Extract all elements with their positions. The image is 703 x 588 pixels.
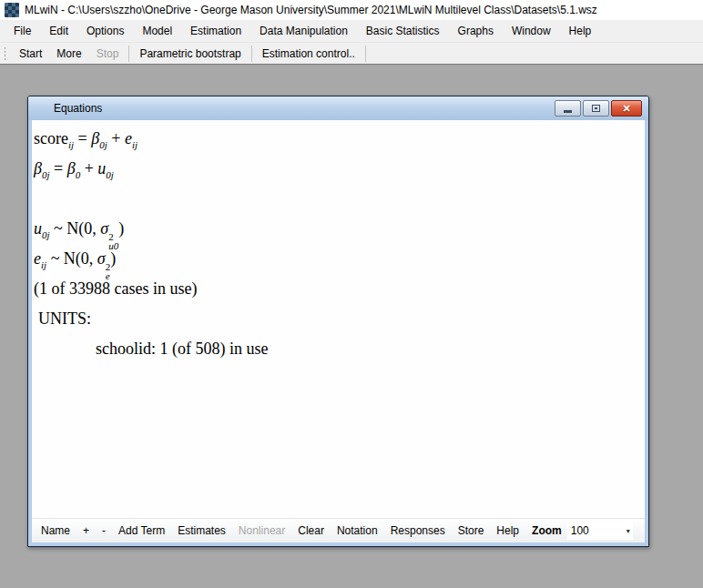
zoom-label: Zoom — [525, 524, 567, 537]
eq-toolbar-name[interactable]: Name — [35, 519, 76, 542]
eq-toolbar-nonlinear: Nonlinear — [232, 519, 291, 542]
equations-window-controls: ✕ — [555, 100, 642, 117]
equation-token: u — [97, 159, 106, 177]
menu-graphs[interactable]: Graphs — [449, 20, 503, 42]
eq-toolbar-help[interactable]: Help — [490, 519, 525, 542]
minimize-icon — [564, 110, 572, 113]
equations-content-area: scoreij = β0j + eijβ0j = β0 + u0ju0j ~ N… — [32, 120, 645, 518]
toolbar-stop: Stop — [89, 44, 127, 64]
equation-token: ) — [110, 249, 116, 268]
toolbar-estimation-control[interactable]: Estimation control.. — [255, 44, 362, 64]
equation-token: β — [67, 159, 76, 177]
equation-token: UNITS: — [38, 309, 91, 328]
menu-estimation[interactable]: Estimation — [181, 20, 250, 42]
eq-toolbar-plus[interactable]: + — [76, 519, 96, 542]
toolbar-parametric-bootstrap[interactable]: Parametric bootstrap — [132, 44, 248, 64]
menu-basic-statistics[interactable]: Basic Statistics — [357, 20, 449, 42]
equations-bottom-toolbar: Name+-Add TermEstimatesNonlinearClearNot… — [32, 518, 645, 542]
equation-token: + — [107, 129, 125, 147]
equation-token: schoolid: 1 (of 508) in use — [96, 340, 268, 358]
zoom-value: 100 — [571, 524, 589, 537]
eq-toolbar-estimates[interactable]: Estimates — [171, 519, 232, 542]
equation-token: ~ N(0, — [46, 249, 97, 268]
minimize-button[interactable] — [555, 100, 581, 117]
equation-token: u — [34, 219, 42, 238]
eq-toolbar-add-term[interactable]: Add Term — [112, 519, 171, 542]
menu-model[interactable]: Model — [133, 20, 181, 42]
equation-blank — [34, 184, 645, 214]
close-icon: ✕ — [622, 101, 630, 116]
equation-token: σ — [97, 249, 106, 268]
equation-beta0j[interactable]: β0j = β0 + u0j — [34, 154, 645, 184]
menu-window[interactable]: Window — [503, 20, 560, 42]
main-titlebar[interactable]: MLwiN - C:\Users\szzho\OneDrive - George… — [0, 0, 703, 20]
toolbar-separator — [365, 46, 366, 62]
units-schoolid-status: schoolid: 1 (of 508) in use — [34, 334, 645, 364]
equation-token: ) — [118, 219, 124, 238]
equation-token: e — [34, 249, 41, 268]
equation-token: + — [80, 159, 97, 177]
equation-token: score — [34, 129, 68, 147]
equation-token: (1 of 33988 cases in use) — [34, 279, 197, 298]
equation-u-distribution[interactable]: u0j ~ N(0, σ2u0) — [34, 214, 645, 244]
equation-score[interactable]: scoreij = β0j + eij — [34, 124, 645, 154]
eq-toolbar-notation[interactable]: Notation — [331, 519, 384, 542]
menu-file[interactable]: File — [5, 20, 40, 42]
equation-token: ~ N(0, — [50, 219, 101, 238]
equation-token: ij — [132, 139, 138, 150]
main-window-title: MLwiN - C:\Users\szzho\OneDrive - George… — [25, 4, 597, 16]
equation-token: 0j — [99, 139, 107, 150]
mdi-client-area: Equations ✕ scoreij = β0j + eijβ0j = β0 … — [0, 66, 703, 588]
menu-help[interactable]: Help — [560, 20, 601, 42]
eq-toolbar-clear[interactable]: Clear — [291, 519, 331, 542]
equation-token: 0j — [42, 169, 50, 180]
cases-in-use-status: (1 of 33988 cases in use) — [34, 274, 645, 304]
mlwin-app-icon — [5, 3, 19, 17]
restore-icon — [592, 105, 600, 112]
toolbar-separator — [251, 46, 252, 62]
restore-button[interactable] — [583, 100, 609, 117]
toolbar-more[interactable]: More — [49, 44, 88, 64]
toolbar-start[interactable]: Start — [12, 44, 49, 64]
menu-data-manipulation[interactable]: Data Manipulation — [250, 20, 357, 42]
equation-token: σ — [100, 219, 108, 238]
close-button[interactable]: ✕ — [611, 100, 642, 117]
equation-token: = — [74, 129, 91, 147]
menubar: FileEditOptionsModelEstimationData Manip… — [0, 20, 703, 43]
eq-toolbar-minus[interactable]: - — [96, 519, 112, 542]
menu-options[interactable]: Options — [77, 20, 133, 42]
equations-titlebar[interactable]: Equations ✕ — [28, 96, 648, 120]
dropdown-arrow-icon: ▾ — [627, 527, 630, 535]
mlwin-main-window: MLwiN - C:\Users\szzho\OneDrive - George… — [0, 0, 703, 588]
equation-token: β — [91, 129, 99, 147]
menu-edit[interactable]: Edit — [40, 20, 77, 42]
eq-toolbar-responses[interactable]: Responses — [384, 519, 452, 542]
equation-e-distribution[interactable]: eij ~ N(0, σ2e) — [34, 244, 645, 274]
eq-toolbar-store[interactable]: Store — [452, 519, 491, 542]
equation-token: e — [125, 129, 132, 147]
equation-token: β — [34, 159, 42, 177]
equations-window: Equations ✕ scoreij = β0j + eijβ0j = β0 … — [27, 96, 649, 547]
equation-token: 0j — [42, 229, 50, 240]
units-label: UNITS: — [34, 304, 645, 334]
zoom-select[interactable]: 100▾ — [567, 522, 633, 540]
equation-token: = — [50, 159, 67, 177]
estimation-toolbar: StartMoreStopParametric bootstrapEstimat… — [0, 43, 703, 65]
toolbar-separator — [128, 46, 129, 62]
equation-token: 0j — [106, 169, 114, 180]
toolbar-grip-handle[interactable] — [4, 46, 6, 61]
